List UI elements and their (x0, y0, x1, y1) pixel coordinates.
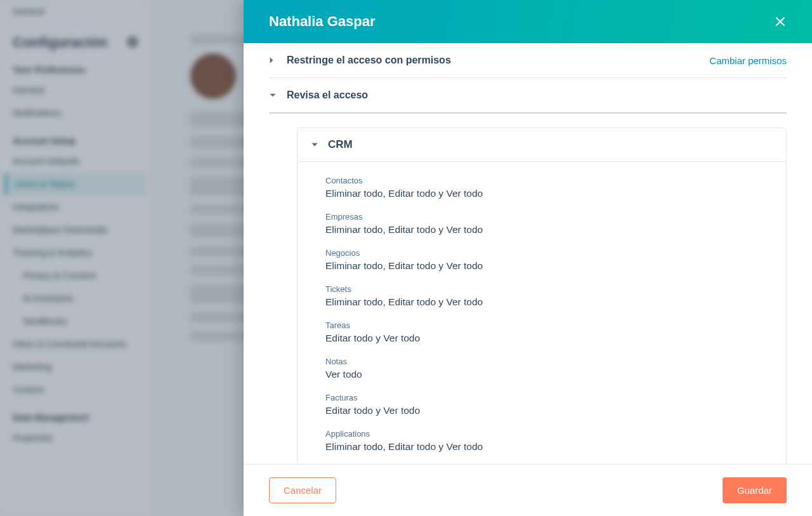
permission-label: Applications (325, 429, 773, 439)
permission-label: Contactos (325, 176, 773, 185)
cancel-button[interactable]: Cancelar (269, 477, 336, 503)
section-label: Restringe el acceso con permisos (287, 55, 709, 66)
permission-item: Empresas Eliminar todo, Editar todo y Ve… (325, 206, 773, 242)
permission-label: Tickets (325, 284, 773, 294)
permission-label: Facturas (325, 393, 773, 402)
permission-item: Performance Reviews Eliminar todo, Edita… (325, 459, 773, 464)
permission-value: Editar todo y Ver todo (325, 405, 773, 416)
permission-item: Tareas Editar todo y Ver todo (325, 314, 773, 350)
permission-value: Eliminar todo, Editar todo y Ver todo (325, 188, 773, 199)
permission-value: Ver todo (325, 369, 773, 380)
permission-item: Notas Ver todo (325, 350, 773, 387)
permission-label: Tareas (325, 321, 773, 330)
permission-item: Tickets Eliminar todo, Editar todo y Ver… (325, 278, 773, 314)
save-button[interactable]: Guardar (723, 477, 787, 503)
change-permissions-link[interactable]: Cambiar permisos (709, 55, 787, 66)
permission-list: Contactos Eliminar todo, Editar todo y V… (298, 162, 786, 464)
crm-card-header[interactable]: CRM (298, 128, 786, 162)
permission-item: Applications Eliminar todo, Editar todo … (325, 423, 773, 459)
permission-value: Eliminar todo, Editar todo y Ver todo (325, 441, 773, 453)
close-button[interactable] (771, 13, 789, 30)
permission-value: Editar todo y Ver todo (325, 333, 773, 344)
chevron-down-icon (269, 93, 277, 98)
section-label: Revisa el acceso (287, 89, 787, 101)
permission-value: Eliminar todo, Editar todo y Ver todo (325, 260, 773, 272)
permission-value: Eliminar todo, Editar todo y Ver todo (325, 224, 773, 235)
chevron-right-icon (269, 56, 277, 65)
permission-item: Negocios Eliminar todo, Editar todo y Ve… (325, 242, 773, 278)
permission-value: Eliminar todo, Editar todo y Ver todo (325, 296, 773, 308)
section-review-access[interactable]: Revisa el acceso (269, 78, 787, 114)
permission-label: Empresas (325, 212, 773, 222)
crm-title: CRM (328, 138, 353, 151)
panel-body: Restringe el acceso con permisos Cambiar… (244, 43, 812, 464)
panel-title: Nathalia Gaspar (269, 13, 376, 30)
user-permissions-panel: Nathalia Gaspar Restringe el acceso con … (244, 0, 812, 516)
section-restrict-access[interactable]: Restringe el acceso con permisos Cambiar… (269, 43, 787, 78)
panel-header: Nathalia Gaspar (244, 0, 812, 43)
close-icon (774, 15, 787, 28)
crm-permissions-card: CRM Contactos Eliminar todo, Editar todo… (297, 128, 787, 464)
panel-footer: Cancelar Guardar (244, 464, 812, 516)
permission-label: Notas (325, 357, 773, 366)
chevron-down-icon (310, 142, 319, 147)
permission-label: Negocios (325, 248, 773, 258)
permission-item: Facturas Editar todo y Ver todo (325, 387, 773, 423)
permission-item: Contactos Eliminar todo, Editar todo y V… (325, 169, 773, 206)
